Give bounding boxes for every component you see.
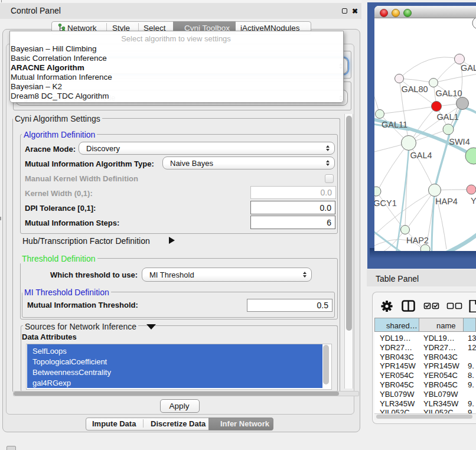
svg-text:GCY1: GCY1 (374, 198, 397, 208)
svg-text:HAP2: HAP2 (406, 236, 429, 245)
svg-text:HAP4: HAP4 (435, 197, 458, 206)
svg-text:GAL80: GAL80 (401, 84, 428, 94)
svg-text:Y: Y (471, 196, 476, 206)
svg-text:GAL11: GAL11 (382, 120, 407, 129)
svg-text:GAL10: GAL10 (435, 89, 462, 98)
svg-text:GAL1: GAL1 (436, 112, 458, 122)
svg-text:SWI4: SWI4 (449, 137, 470, 146)
svg-text:GAL4: GAL4 (410, 151, 432, 160)
svg-text:GAL7: GAL7 (461, 63, 476, 73)
